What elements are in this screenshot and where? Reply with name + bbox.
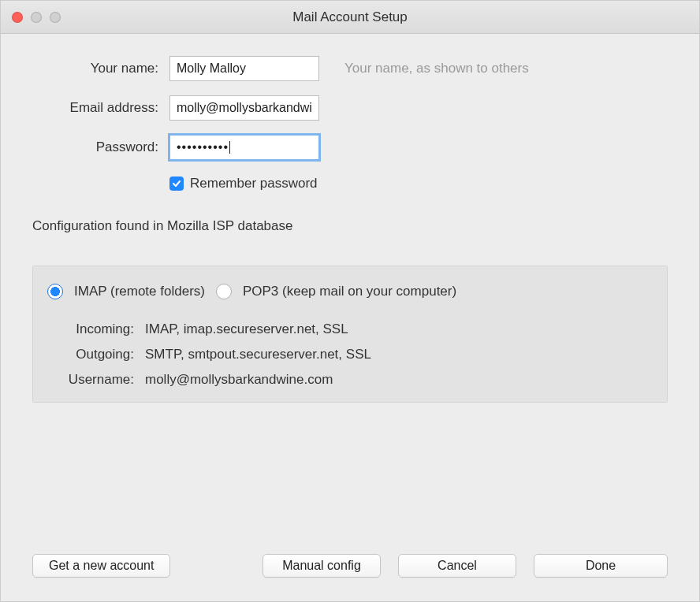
outgoing-label: Outgoing: [47, 347, 134, 362]
titlebar: Mail Account Setup [1, 1, 699, 34]
password-input[interactable]: •••••••••• [169, 135, 319, 160]
email-input[interactable] [169, 95, 319, 121]
name-label: Your name: [32, 61, 158, 76]
mail-account-setup-window: Mail Account Setup Your name: Your name,… [0, 0, 700, 602]
password-masked-value: •••••••••• [177, 140, 229, 154]
imap-radio[interactable] [47, 284, 63, 299]
config-box: IMAP (remote folders) POP3 (keep mail on… [32, 266, 668, 403]
maximize-icon[interactable] [50, 12, 61, 23]
name-hint: Your name, as shown to others [338, 61, 668, 76]
protocol-radio-group: IMAP (remote folders) POP3 (keep mail on… [47, 284, 653, 299]
config-status: Configuration found in Mozilla ISP datab… [32, 218, 668, 234]
name-input[interactable] [169, 56, 319, 81]
account-form: Your name: Your name, as shown to others… [32, 56, 668, 191]
pop3-radio[interactable] [216, 284, 232, 299]
username-label: Username: [47, 372, 134, 388]
username-value: molly@mollysbarkandwine.com [145, 372, 653, 388]
remember-password-label: Remember password [190, 176, 318, 191]
cancel-button[interactable]: Cancel [398, 554, 516, 578]
remember-password-checkbox[interactable] [169, 177, 184, 191]
minimize-icon[interactable] [31, 12, 42, 23]
outgoing-value: SMTP, smtpout.secureserver.net, SSL [145, 347, 653, 362]
server-details: Incoming: IMAP, imap.secureserver.net, S… [47, 321, 653, 388]
check-icon [172, 179, 181, 188]
content-area: Your name: Your name, as shown to others… [1, 34, 699, 601]
button-row: Get a new account Manual config Cancel D… [32, 530, 668, 585]
get-new-account-button[interactable]: Get a new account [32, 554, 170, 578]
incoming-value: IMAP, imap.secureserver.net, SSL [145, 321, 653, 337]
window-title: Mail Account Setup [1, 9, 699, 25]
window-controls [12, 12, 61, 23]
text-caret [229, 141, 230, 154]
incoming-label: Incoming: [47, 321, 134, 337]
imap-radio-label: IMAP (remote folders) [74, 284, 205, 299]
radio-dot-icon [51, 288, 59, 295]
manual-config-button[interactable]: Manual config [262, 554, 381, 578]
remember-password-row: Remember password [169, 176, 668, 191]
password-label: Password: [32, 139, 158, 155]
close-icon[interactable] [12, 12, 23, 23]
done-button[interactable]: Done [534, 554, 668, 578]
email-label: Email address: [32, 100, 158, 116]
pop3-radio-label: POP3 (keep mail on your computer) [243, 284, 456, 299]
